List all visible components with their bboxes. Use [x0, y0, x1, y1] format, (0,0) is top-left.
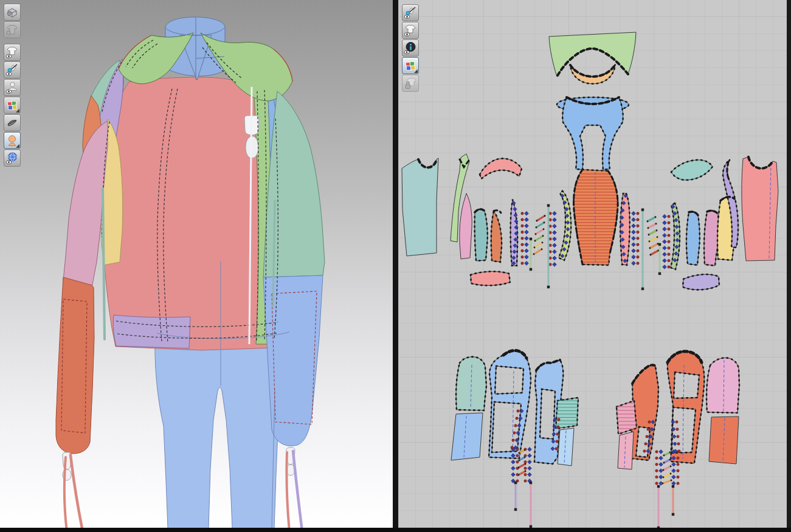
grading-strip[interactable]	[648, 230, 658, 236]
lock-pattern-button[interactable]	[402, 75, 419, 92]
3d-view-toolbar	[4, 4, 21, 167]
info-icon	[404, 41, 417, 55]
elastic-string[interactable]	[658, 243, 661, 275]
eye-icon	[404, 33, 409, 36]
notch-column[interactable]	[632, 212, 640, 266]
sleeve-lower-left[interactable]	[451, 413, 483, 460]
grading-strip[interactable]	[662, 480, 672, 485]
elastic-string[interactable]	[672, 485, 674, 516]
sleeve-cap-right[interactable]	[706, 358, 739, 413]
notch-column[interactable]	[663, 215, 671, 269]
grading-strip[interactable]	[535, 229, 545, 235]
show-fabric-button[interactable]	[4, 114, 21, 131]
sleeve-cap-left[interactable]	[456, 357, 486, 410]
garment-fit-icon	[5, 23, 19, 36]
grading-strip[interactable]	[663, 452, 671, 457]
right-edge-strip	[787, 0, 791, 532]
elastic-string[interactable]	[657, 485, 660, 528]
grading-strip[interactable]	[536, 215, 546, 222]
texture-icon	[404, 59, 417, 72]
grading-strip[interactable]	[649, 243, 659, 249]
avatar-icon	[5, 81, 19, 94]
notch-column[interactable]	[549, 212, 557, 267]
elastic-string[interactable]	[530, 238, 532, 271]
2d-pattern-canvas[interactable]	[398, 0, 787, 528]
notch-column[interactable]	[521, 212, 529, 266]
render-mode-icon	[5, 5, 19, 19]
3d-viewport[interactable]	[0, 0, 393, 528]
fabric-icon	[5, 116, 19, 130]
grading-strip[interactable]	[649, 237, 658, 243]
side-panel-pink[interactable]	[460, 193, 472, 259]
show-garment-button[interactable]	[4, 44, 21, 61]
front-yoke[interactable]	[562, 97, 623, 170]
drawcord-left-front[interactable]	[71, 455, 83, 528]
panel-divider[interactable]	[393, 0, 398, 532]
show-pins-button[interactable]	[4, 61, 21, 78]
2d-pattern-viewport[interactable]	[398, 0, 787, 528]
show-avatar-head-button[interactable]	[4, 132, 21, 149]
notch-column[interactable]	[524, 447, 532, 483]
grain-line	[683, 365, 684, 459]
grading-strip[interactable]	[533, 249, 543, 255]
show-pattern-button[interactable]	[402, 22, 419, 39]
show-avatar-button[interactable]	[4, 79, 21, 96]
texture-icon	[5, 98, 19, 112]
pin-icon	[5, 63, 19, 77]
app-window	[0, 0, 791, 532]
grading-strip[interactable]	[648, 223, 657, 229]
eye-icon	[6, 161, 11, 164]
show-pins-2d-button[interactable]	[402, 4, 419, 21]
texture-surface-button[interactable]	[4, 97, 21, 114]
elastic-string[interactable]	[514, 482, 517, 511]
show-environment-button[interactable]	[4, 150, 21, 167]
show-garment-fit-button[interactable]	[4, 21, 21, 38]
grading-strip[interactable]	[534, 242, 544, 249]
eye-icon	[6, 72, 11, 75]
back-panel-left[interactable]	[402, 158, 438, 256]
show-info-button[interactable]	[402, 40, 419, 57]
grain-line	[513, 371, 514, 455]
eye-icon	[6, 90, 11, 93]
show-garment-icon	[5, 46, 19, 59]
render-mode-button[interactable]	[4, 4, 21, 21]
texture-surface-2d-button[interactable]	[402, 57, 419, 74]
3d-garment-canvas[interactable]	[0, 0, 393, 528]
elastic-string[interactable]	[641, 209, 644, 290]
front-panel-right[interactable]	[742, 157, 778, 261]
grading-strip[interactable]	[534, 235, 544, 242]
globe-icon	[5, 151, 19, 165]
hem-band-purple[interactable]	[113, 315, 190, 348]
eye-icon	[404, 15, 409, 18]
bottom-bar	[0, 528, 791, 532]
sleeve-left-forearm-orange[interactable]	[56, 277, 94, 454]
grading-strip[interactable]	[650, 250, 660, 256]
cuff-panel-left[interactable]	[558, 428, 574, 466]
shoulder-crescent-right[interactable]	[671, 160, 713, 180]
pin-icon	[404, 6, 417, 19]
elastic-string[interactable]	[530, 482, 532, 528]
grading-strip[interactable]	[663, 466, 672, 471]
notch-column[interactable]	[655, 450, 663, 486]
lock-icon	[404, 77, 417, 90]
grading-strip[interactable]	[536, 222, 545, 229]
neck-binding[interactable]	[570, 64, 615, 84]
grading-strip[interactable]	[663, 459, 671, 464]
avatar-head-icon	[5, 134, 19, 147]
grading-strip[interactable]	[647, 216, 657, 223]
drawcord-right-front[interactable]	[293, 451, 302, 528]
waist-panel-orange[interactable]	[491, 211, 502, 262]
show-pattern-icon	[404, 24, 417, 37]
waist-panel-teal[interactable]	[475, 209, 488, 261]
eye-icon	[404, 50, 409, 54]
2d-view-toolbar	[402, 4, 419, 92]
grading-strip[interactable]	[663, 473, 672, 478]
eye-icon	[6, 55, 11, 58]
